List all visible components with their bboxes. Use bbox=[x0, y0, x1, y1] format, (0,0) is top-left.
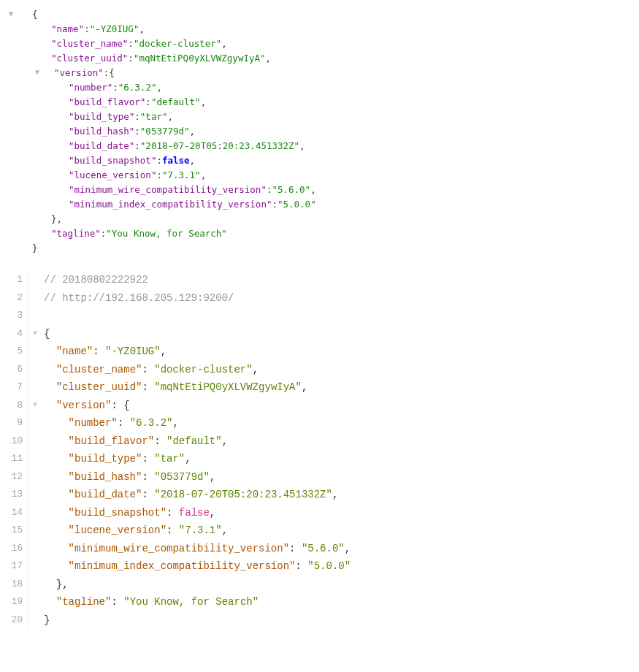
code-line: 4▼{ bbox=[0, 325, 639, 343]
code-line: 5 "name": "-YZ0IUG", bbox=[0, 343, 639, 361]
code-line: 3 bbox=[0, 307, 639, 325]
code-line: 6 "cluster_name": "docker-cluster", bbox=[0, 361, 639, 379]
json-root-close: } bbox=[7, 241, 639, 256]
line-number: 20 bbox=[0, 611, 29, 630]
line-number: 9 bbox=[0, 414, 29, 432]
line-number: 19 bbox=[0, 593, 29, 611]
code-line: 17 "minimum_index_compatibility_version"… bbox=[0, 557, 639, 576]
json-prop-min-wire: "minimum_wire_compatibility_version": "5… bbox=[7, 183, 639, 197]
line-number: 14 bbox=[0, 504, 29, 522]
line-number: 11 bbox=[0, 450, 29, 468]
line-number: 8 bbox=[0, 397, 29, 415]
code-line: 12 "build_hash": "053779d", bbox=[0, 468, 639, 486]
line-number: 4 bbox=[0, 325, 29, 343]
json-prop-min-index: "minimum_index_compatibility_version": "… bbox=[7, 197, 639, 212]
json-tree-view: ▼{ "name": "-YZ0IUG", "cluster_name": "d… bbox=[0, 0, 639, 263]
code-line: 15 "lucene_version": "7.3.1", bbox=[0, 522, 639, 540]
line-number: 15 bbox=[0, 522, 29, 540]
code-line: 10 "build_flavor": "default", bbox=[0, 432, 639, 451]
json-prop-cluster-uuid: "cluster_uuid": "mqNtEtiPQ0yXLVWZgywIyA"… bbox=[7, 51, 639, 66]
json-prop-number: "number": "6.3.2", bbox=[7, 80, 639, 95]
fold-toggle-icon[interactable]: ▼ bbox=[29, 397, 41, 415]
json-version-close: }, bbox=[7, 212, 639, 226]
fold-toggle-icon[interactable]: ▼ bbox=[29, 325, 41, 343]
json-prop-cluster-name: "cluster_name": "docker-cluster", bbox=[7, 37, 639, 51]
line-number: 17 bbox=[0, 557, 29, 576]
code-line: 11 "build_type": "tar", bbox=[0, 450, 639, 468]
collapse-toggle-icon[interactable]: ▼ bbox=[7, 7, 15, 22]
line-number: 16 bbox=[0, 540, 29, 558]
json-prop-build-date: "build_date": "2018-07-20T05:20:23.45133… bbox=[7, 139, 639, 153]
code-line: 19 "tagline": "You Know, for Search" bbox=[0, 593, 639, 611]
line-number: 3 bbox=[0, 307, 29, 325]
json-root-open: ▼{ bbox=[7, 7, 639, 22]
code-line: 13 "build_date": "2018-07-20T05:20:23.45… bbox=[0, 486, 639, 504]
line-number: 18 bbox=[0, 576, 29, 594]
code-line: 8▼ "version": { bbox=[0, 397, 639, 415]
code-line: 2// http://192.168.205.129:9200/ bbox=[0, 289, 639, 308]
code-editor: 1// 20180802222922 2// http://192.168.20… bbox=[0, 270, 639, 629]
json-prop-lucene-version: "lucene_version": "7.3.1", bbox=[7, 168, 639, 183]
json-prop-build-flavor: "build_flavor": "default", bbox=[7, 95, 639, 110]
line-number: 12 bbox=[0, 468, 29, 486]
code-line: 1// 20180802222922 bbox=[0, 271, 639, 289]
line-number: 13 bbox=[0, 486, 29, 504]
code-line: 9 "number": "6.3.2", bbox=[0, 414, 639, 432]
json-prop-build-type: "build_type": "tar", bbox=[7, 110, 639, 124]
line-number: 6 bbox=[0, 361, 29, 379]
line-number: 5 bbox=[0, 343, 29, 361]
json-prop-version-open: ▼"version": { bbox=[7, 66, 639, 80]
json-prop-name: "name": "-YZ0IUG", bbox=[7, 22, 639, 37]
json-prop-tagline: "tagline": "You Know, for Search" bbox=[7, 226, 639, 241]
json-prop-build-hash: "build_hash": "053779d", bbox=[7, 124, 639, 139]
code-line: 20} bbox=[0, 611, 639, 630]
line-number: 7 bbox=[0, 378, 29, 397]
line-number: 10 bbox=[0, 432, 29, 451]
code-line: 18 }, bbox=[0, 576, 639, 594]
line-number: 1 bbox=[0, 271, 29, 289]
collapse-toggle-icon[interactable]: ▼ bbox=[34, 66, 41, 80]
code-line: 16 "minimum_wire_compatibility_version":… bbox=[0, 540, 639, 558]
code-line: 14 "build_snapshot": false, bbox=[0, 504, 639, 522]
json-prop-build-snapshot: "build_snapshot": false, bbox=[7, 153, 639, 168]
line-number: 2 bbox=[0, 289, 29, 308]
code-line: 7 "cluster_uuid": "mqNtEtiPQ0yXLVWZgywIy… bbox=[0, 378, 639, 397]
